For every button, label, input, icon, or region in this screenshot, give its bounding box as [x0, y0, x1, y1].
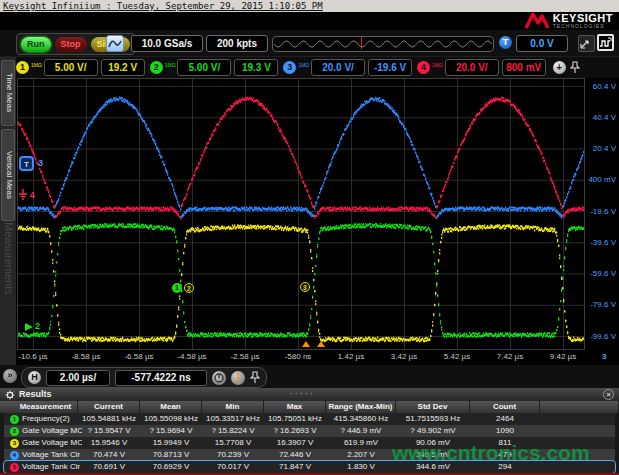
results-title-bar[interactable]: Results ····· × [0, 388, 619, 401]
channel-4-badge[interactable]: 4 [417, 61, 430, 74]
waveform-canvas[interactable] [18, 79, 584, 349]
ch2-ground-label: 2 [35, 321, 40, 331]
channel-4-scale-readout[interactable]: 20.0 V/ [445, 59, 499, 76]
channel-1-scale-readout[interactable]: 5.00 V/ [44, 59, 98, 76]
measurement-name: Gate Voltage MC [22, 437, 82, 449]
column-header-Count[interactable]: Count [470, 401, 540, 413]
bottom-marker-icon [302, 341, 310, 347]
gear-icon[interactable] [5, 390, 15, 400]
measurement-source-icon: 3 [10, 439, 19, 448]
y-axis-label: 400 mV [586, 175, 616, 184]
stop-button[interactable]: Stop [55, 37, 87, 52]
right-axis-channel-indicator: 3 [602, 352, 606, 361]
column-header-Current[interactable]: Current [78, 401, 140, 413]
run-button[interactable]: Run [21, 37, 51, 52]
measurement-value: ? 446.9 mV [326, 425, 396, 437]
ch4-ground-icon[interactable] [17, 188, 29, 201]
autoscale-icon[interactable] [106, 35, 124, 52]
waveform-display[interactable] [17, 78, 585, 350]
timebase-scale-readout[interactable]: 2.00 µs/ [46, 370, 110, 386]
channel-2-scale-readout[interactable]: 5.00 V/ [177, 59, 231, 76]
column-header-Min[interactable]: Min [202, 401, 264, 413]
column-header-Max[interactable]: Max [264, 401, 326, 413]
channel-3-badge[interactable]: 3 [283, 61, 296, 74]
results-header-row: MeasurementCurrentMeanMinMaxRange (Max-M… [0, 401, 619, 413]
channel-1-badge[interactable]: 1 [16, 61, 29, 74]
panel-drag-handle[interactable]: ····· [290, 388, 315, 401]
measurement-value: 105.54881 kHz [78, 413, 140, 425]
channel-settings-row: 11MΩ5.00 V/19.2 V21MΩ5.00 V/19.3 V31MΩ20… [16, 57, 619, 78]
timebase-position-readout[interactable]: -577.4222 ns [115, 370, 207, 386]
ch2-ground-icon[interactable] [24, 322, 34, 332]
x-axis-label: 3.42 µs [382, 352, 426, 361]
trigger-badge[interactable]: T [499, 36, 512, 49]
table-row[interactable]: 1Frequency(2)105.54881 kHz105.55098 kHz1… [4, 413, 615, 425]
brand-name: KEYSIGHT [553, 13, 613, 23]
column-header-Measurement[interactable]: Measurement [14, 401, 78, 413]
x-axis-label: -6.58 µs [117, 352, 161, 361]
measurement-value: 70.6929 V [140, 461, 202, 473]
measurement-value: 15.9949 V [140, 437, 202, 449]
measurement-value: 1.830 V [326, 461, 396, 473]
measurement-value: 105.55098 kHz [140, 413, 202, 425]
channel-2-offset-readout[interactable]: 19.3 V [234, 59, 278, 76]
column-header-Range (Max-Min)[interactable]: Range (Max-Min) [326, 401, 396, 413]
preview-position-marker[interactable] [361, 37, 362, 49]
channel-3-offset-readout[interactable]: -19.6 V [368, 59, 412, 76]
acquisition-toolbar: Run Stop Single 10.0 GSa/s 200 kpts T 0.… [0, 30, 619, 57]
channel-3-scale-readout[interactable]: 20.0 V/ [311, 59, 365, 76]
sample-rate-readout[interactable]: 10.0 GSa/s [131, 35, 203, 52]
sidebar-tab-time-meas[interactable]: Time Meas [1, 60, 15, 126]
measurement-value: 70.691 V [78, 461, 140, 473]
trigger-level-marker-icon[interactable]: T [19, 156, 34, 171]
trigger-channel-label: 3 [38, 158, 43, 168]
measurement-value: 105.33517 kHz [202, 413, 264, 425]
channel-4-coupling: 1MΩ [432, 62, 443, 68]
left-sidebar: Measurements Time MeasVertical Meas [0, 57, 16, 365]
trigger-level-readout[interactable]: 0.0 V [516, 35, 568, 52]
channel-2-group: 21MΩ5.00 V/19.3 V [150, 59, 279, 76]
resize-icon[interactable] [578, 35, 595, 52]
channel-1-offset-readout[interactable]: 19.2 V [101, 59, 145, 76]
close-icon[interactable]: × [603, 389, 614, 400]
bottom-marker-icon [317, 341, 325, 347]
measurement-value: 70.474 V [78, 449, 140, 461]
measurement-value: 2.207 V [326, 449, 396, 461]
measurement-name: Frequency(2) [22, 413, 82, 425]
sidebar-expand-button[interactable]: » [3, 369, 17, 383]
measurement-name: Voltage Tank Cir [22, 461, 82, 473]
channel-2-badge[interactable]: 2 [150, 61, 163, 74]
column-header-Mean[interactable]: Mean [140, 401, 202, 413]
y-axis-label: -39.6 V [586, 238, 616, 247]
memory-depth-readout[interactable]: 200 kpts [206, 35, 268, 52]
acquisition-preview-bar[interactable] [272, 36, 494, 52]
x-axis-label: -10.6 µs [11, 352, 55, 361]
measurement-value: ? 15.8224 V [202, 425, 264, 437]
table-row[interactable]: 2Gate Voltage MC? 15.9547 V? 15.9694 V? … [4, 425, 615, 437]
keysight-spark-icon [525, 13, 549, 29]
add-waveform-button[interactable]: + [553, 61, 566, 74]
x-axis-label: -2.58 µs [223, 352, 267, 361]
channel-3-coupling: 1MΩ [298, 62, 309, 68]
measurement-value: 51.7515593 Hz [396, 413, 470, 425]
edge-marker: 3 [300, 282, 310, 292]
measurement-value: 70.017 V [202, 461, 264, 473]
column-header-empty[interactable] [540, 401, 619, 413]
pin-icon[interactable] [250, 371, 260, 384]
measurements-ghost-label: Measurements [1, 222, 15, 295]
waveform-tool-icon[interactable] [597, 34, 614, 51]
acquisition-mode-button[interactable] [212, 371, 226, 385]
pin-icon[interactable] [570, 61, 580, 74]
horizontal-badge[interactable]: H [28, 371, 41, 384]
channel-4-group: 41MΩ20.0 V/800 mV [417, 59, 546, 76]
intensity-button[interactable] [231, 371, 245, 385]
y-axis-label: 40.4 V [586, 113, 616, 122]
measurement-value: 71.847 V [264, 461, 326, 473]
measurement-value: 1090 [470, 425, 540, 437]
sidebar-tab-vertical-meas[interactable]: Vertical Meas [1, 129, 15, 221]
channel-4-offset-readout[interactable]: 800 mV [502, 59, 546, 76]
column-header-Std Dev[interactable]: Std Dev [396, 401, 470, 413]
measurement-value: 415.345860 Hz [326, 413, 396, 425]
measurement-value: ? 15.9547 V [78, 425, 140, 437]
results-title: Results [19, 389, 52, 399]
